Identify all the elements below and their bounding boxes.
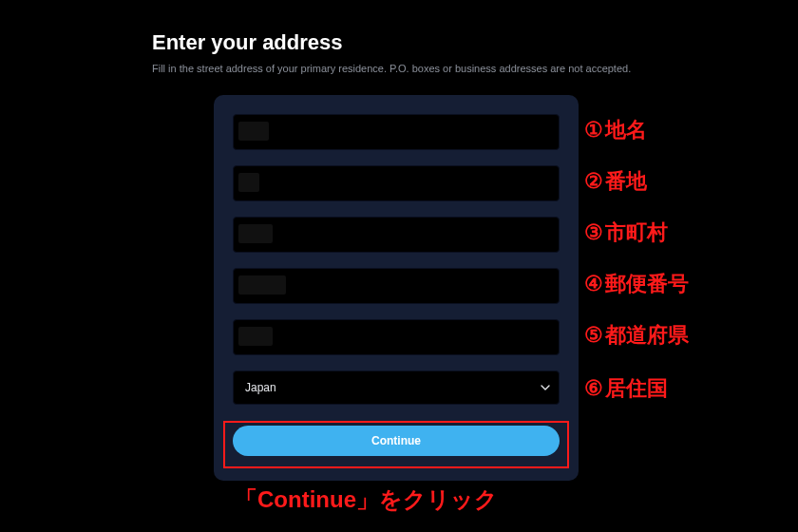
country-select-wrap: Japan — [233, 370, 560, 405]
redaction-block — [238, 276, 286, 294]
redaction-block — [238, 224, 273, 243]
country-select[interactable]: Japan — [233, 370, 560, 405]
redaction-block — [238, 173, 259, 192]
city-input[interactable] — [233, 217, 560, 253]
instruction-text: 「Continue」をクリック — [235, 484, 498, 515]
address-line2-input[interactable] — [233, 165, 560, 201]
annotation-1: ①地名 — [584, 116, 647, 144]
state-input[interactable] — [233, 319, 560, 355]
page-subtitle: Fill in the street address of your prima… — [152, 63, 631, 74]
annotation-2: ②番地 — [584, 167, 647, 196]
address-form-card: Japan Continue — [214, 95, 579, 481]
page-root: Enter your address Fill in the street ad… — [0, 0, 798, 532]
annotation-4: ④郵便番号 — [584, 270, 689, 298]
page-title: Enter your address — [152, 30, 631, 55]
annotation-3: ③市町村 — [584, 218, 668, 247]
annotation-5: ⑤都道府県 — [584, 321, 689, 350]
page-header: Enter your address Fill in the street ad… — [152, 30, 631, 74]
continue-button[interactable]: Continue — [233, 426, 560, 456]
annotation-6: ⑥居住国 — [584, 374, 668, 403]
redaction-block — [238, 122, 269, 141]
address-line1-input[interactable] — [233, 114, 560, 150]
redaction-block — [238, 327, 273, 346]
